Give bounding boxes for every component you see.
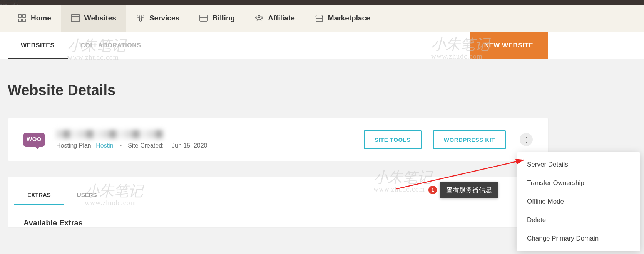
tab-users[interactable]: USERS	[64, 185, 110, 205]
more-actions-button[interactable]: ⋮	[520, 133, 533, 146]
tab-websites[interactable]: WEBSITES	[8, 32, 68, 59]
svg-point-15	[256, 17, 257, 18]
people-icon	[255, 14, 263, 22]
nav-label: Marketplace	[328, 14, 370, 22]
website-card: WOO Hosting Plan: Hostin • Site Created:…	[8, 118, 549, 161]
nav-label: Billing	[212, 14, 235, 22]
nodes-icon	[136, 14, 145, 22]
nav-label: Services	[149, 14, 179, 22]
svg-point-14	[258, 16, 260, 18]
svg-rect-12	[200, 15, 207, 21]
hosting-plan-link[interactable]: Hostin	[96, 142, 113, 149]
kebab-icon: ⋮	[523, 135, 530, 144]
menu-offline-mode[interactable]: Offline Mode	[517, 192, 640, 211]
svg-rect-4	[72, 15, 79, 22]
page-title: Website Details	[8, 82, 636, 99]
nav-affiliate[interactable]: Affiliate	[245, 5, 305, 32]
store-icon	[315, 14, 323, 22]
site-domain-redacted	[56, 130, 164, 138]
nav-label: Websites	[84, 14, 116, 22]
site-info: Hosting Plan: Hostin • Site Created: Jun…	[56, 130, 352, 149]
annotation-callout: 1 查看服务器信息	[428, 182, 498, 198]
svg-rect-2	[18, 19, 21, 22]
svg-rect-1	[23, 15, 25, 17]
site-meta: Hosting Plan: Hostin • Site Created: Jun…	[56, 142, 352, 149]
card-icon	[199, 14, 208, 22]
nav-websites[interactable]: Websites	[61, 5, 126, 32]
svg-rect-17	[316, 17, 322, 22]
callout-number: 1	[428, 186, 437, 194]
nav-billing[interactable]: Billing	[189, 5, 245, 32]
sub-nav: WEBSITES COLLABORATIONS NEW WEBSITE	[0, 32, 644, 59]
nav-label: Affiliate	[268, 14, 295, 22]
menu-transfer-ownership[interactable]: Transfer Ownership	[517, 174, 640, 192]
grid-icon	[18, 14, 26, 22]
site-tools-button[interactable]: SITE TOOLS	[364, 130, 422, 149]
menu-server-details[interactable]: Server Details	[517, 155, 640, 174]
separator-dot: •	[117, 142, 125, 149]
tab-collaborations[interactable]: COLLABORATIONS	[68, 32, 154, 59]
callout-text: 查看服务器信息	[440, 182, 498, 198]
menu-change-primary-domain[interactable]: Change Primary Domain	[517, 229, 640, 248]
actions-dropdown: Server Details Transfer Ownership Offlin…	[517, 152, 640, 251]
nav-marketplace[interactable]: Marketplace	[305, 5, 380, 32]
window-topbar	[0, 0, 644, 5]
svg-line-10	[139, 17, 140, 19]
svg-point-9	[139, 19, 142, 21]
browser-icon	[71, 14, 80, 22]
svg-rect-0	[18, 15, 21, 17]
new-website-button[interactable]: NEW WEBSITE	[470, 32, 548, 59]
nav-services[interactable]: Services	[126, 5, 189, 32]
created-value: Jun 15, 2020	[172, 142, 207, 149]
svg-point-16	[261, 17, 263, 18]
menu-delete[interactable]: Delete	[517, 211, 640, 229]
main-nav: Home Websites Services Billing Affiliate…	[0, 5, 644, 32]
svg-line-11	[141, 17, 142, 19]
nav-home[interactable]: Home	[8, 5, 61, 32]
svg-rect-3	[23, 19, 25, 22]
woo-badge-icon: WOO	[23, 133, 45, 147]
wordpress-kit-button[interactable]: WORDPRESS KIT	[433, 130, 506, 149]
tab-extras[interactable]: EXTRAS	[14, 185, 64, 205]
created-label: Site Created:	[128, 142, 164, 149]
nav-label: Home	[31, 14, 51, 22]
hosting-plan-label: Hosting Plan:	[56, 142, 93, 149]
section-heading: Available Extras	[8, 205, 548, 227]
